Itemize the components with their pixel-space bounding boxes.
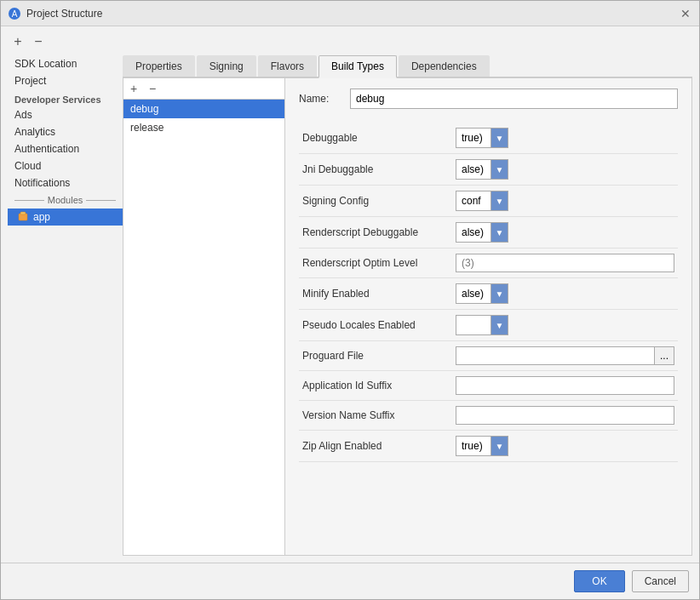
pseudo-locales-dropdown-arrow[interactable]: ▼ bbox=[491, 316, 508, 334]
tab-dependencies[interactable]: Dependencies bbox=[399, 55, 490, 77]
remove-button[interactable]: − bbox=[30, 33, 47, 50]
version-name-suffix-input[interactable] bbox=[456, 406, 674, 425]
title-bar: A Project Structure ✕ bbox=[1, 1, 699, 26]
add-button[interactable]: + bbox=[9, 33, 26, 50]
zip-align-enabled-label: Zip Align Enabled bbox=[299, 431, 452, 462]
divider-line-left bbox=[14, 200, 44, 201]
debuggable-dropdown[interactable]: true) ▼ bbox=[456, 128, 508, 148]
right-area: Properties Signing Flavors Build Types D… bbox=[123, 55, 692, 556]
bottom-bar: OK Cancel bbox=[1, 563, 699, 599]
tab-build-types[interactable]: Build Types bbox=[318, 55, 397, 78]
zip-align-enabled-dropdown-arrow[interactable]: ▼ bbox=[491, 437, 508, 455]
build-types-list-panel: + − debug release bbox=[123, 78, 285, 555]
tab-properties[interactable]: Properties bbox=[123, 55, 195, 77]
renderscript-optim-level-label: Renderscript Optim Level bbox=[299, 249, 452, 278]
version-name-suffix-value bbox=[456, 406, 674, 425]
prop-row-debuggable: Debuggable true) ▼ bbox=[299, 123, 678, 154]
app-id-suffix-label: Application Id Suffix bbox=[299, 371, 452, 401]
renderscript-debuggable-dropdown-value: alse) bbox=[456, 223, 491, 242]
left-panel: SDK Location Project Developer Services … bbox=[8, 55, 123, 556]
name-label: Name: bbox=[299, 93, 341, 105]
signing-config-dropdown[interactable]: conf ▼ bbox=[456, 191, 508, 211]
name-input[interactable] bbox=[350, 89, 678, 109]
signing-config-label: Signing Config bbox=[299, 186, 452, 217]
proguard-file-label: Proguard File bbox=[299, 341, 452, 371]
list-add-button[interactable]: + bbox=[125, 80, 142, 97]
minify-enabled-dropdown-arrow[interactable]: ▼ bbox=[491, 284, 508, 303]
ok-button[interactable]: OK bbox=[574, 570, 624, 592]
prop-row-signing-config: Signing Config conf ▼ bbox=[299, 186, 678, 217]
proguard-file-value: ... bbox=[456, 346, 674, 365]
build-types-list: debug release bbox=[123, 100, 284, 555]
properties-panel: Name: Debuggable bbox=[285, 78, 691, 555]
tab-flavors[interactable]: Flavors bbox=[258, 55, 317, 77]
debuggable-dropdown-value: true) bbox=[456, 129, 491, 147]
jni-debuggable-dropdown[interactable]: alse) ▼ bbox=[456, 159, 508, 180]
signing-config-dropdown-value: conf bbox=[456, 191, 491, 210]
jni-debuggable-label: Jni Debuggable bbox=[299, 154, 452, 186]
minify-enabled-value: alse) ▼ bbox=[456, 283, 674, 304]
renderscript-debuggable-label: Renderscript Debuggable bbox=[299, 217, 452, 249]
zip-align-enabled-value: true) ▼ bbox=[456, 436, 674, 456]
name-row: Name: bbox=[299, 89, 678, 109]
main-split: SDK Location Project Developer Services … bbox=[8, 55, 692, 556]
build-type-release[interactable]: release bbox=[123, 118, 284, 137]
zip-align-enabled-dropdown[interactable]: true) ▼ bbox=[456, 436, 508, 456]
prop-row-jni-debuggable: Jni Debuggable alse) ▼ bbox=[299, 154, 678, 186]
prop-row-minify-enabled: Minify Enabled alse) ▼ bbox=[299, 278, 678, 310]
minify-enabled-dropdown[interactable]: alse) ▼ bbox=[456, 283, 508, 304]
debuggable-label: Debuggable bbox=[299, 123, 452, 154]
divider-line-right bbox=[86, 200, 116, 201]
prop-row-renderscript-optim-level: Renderscript Optim Level bbox=[299, 249, 678, 278]
proguard-browse-button[interactable]: ... bbox=[655, 346, 674, 365]
cancel-button[interactable]: Cancel bbox=[632, 570, 689, 592]
pseudo-locales-dropdown[interactable]: ▼ bbox=[456, 315, 508, 335]
renderscript-debuggable-dropdown-arrow[interactable]: ▼ bbox=[491, 223, 508, 242]
sidebar-item-authentication[interactable]: Authentication bbox=[8, 140, 123, 157]
jni-debuggable-dropdown-arrow[interactable]: ▼ bbox=[491, 160, 508, 179]
tab-content: + − debug release Name: bbox=[123, 78, 692, 556]
prop-row-proguard-file: Proguard File ... bbox=[299, 341, 678, 371]
tab-signing[interactable]: Signing bbox=[197, 55, 256, 77]
prop-row-pseudo-locales: Pseudo Locales Enabled ▼ bbox=[299, 310, 678, 341]
app-module-label: app bbox=[33, 211, 50, 223]
jni-debuggable-value: alse) ▼ bbox=[456, 159, 674, 180]
app-icon: A bbox=[8, 7, 21, 20]
version-name-suffix-label: Version Name Suffix bbox=[299, 401, 452, 431]
svg-text:A: A bbox=[12, 9, 18, 19]
sidebar-item-cloud[interactable]: Cloud bbox=[8, 157, 123, 174]
jni-debuggable-dropdown-value: alse) bbox=[456, 160, 491, 179]
prop-row-renderscript-debuggable: Renderscript Debuggable alse) ▼ bbox=[299, 217, 678, 249]
pseudo-locales-value: ▼ bbox=[456, 315, 674, 335]
proguard-file-input[interactable] bbox=[456, 346, 655, 365]
signing-config-value: conf ▼ bbox=[456, 191, 674, 211]
sidebar-item-ads[interactable]: Ads bbox=[8, 106, 123, 123]
sidebar-item-notifications[interactable]: Notifications bbox=[8, 174, 123, 191]
sidebar-item-sdk-location[interactable]: SDK Location bbox=[8, 55, 123, 72]
modules-divider: Modules bbox=[8, 191, 123, 209]
minify-enabled-label: Minify Enabled bbox=[299, 278, 452, 310]
renderscript-debuggable-value: alse) ▼ bbox=[456, 222, 674, 243]
renderscript-debuggable-dropdown[interactable]: alse) ▼ bbox=[456, 222, 508, 243]
minify-enabled-dropdown-value: alse) bbox=[456, 284, 491, 303]
zip-align-enabled-dropdown-value: true) bbox=[456, 437, 491, 455]
list-remove-button[interactable]: − bbox=[144, 80, 161, 97]
debuggable-dropdown-arrow[interactable]: ▼ bbox=[491, 129, 508, 147]
project-structure-dialog: A Project Structure ✕ + − SDK Location P… bbox=[0, 0, 700, 600]
pseudo-locales-dropdown-value bbox=[456, 316, 491, 334]
pseudo-locales-label: Pseudo Locales Enabled bbox=[299, 310, 452, 341]
sidebar-item-project[interactable]: Project bbox=[8, 72, 123, 89]
svg-rect-3 bbox=[20, 212, 26, 214]
sidebar-item-analytics[interactable]: Analytics bbox=[8, 123, 123, 140]
content-area: + − SDK Location Project Developer Servi… bbox=[1, 26, 699, 563]
dialog-title: Project Structure bbox=[26, 8, 102, 20]
renderscript-optim-level-input[interactable] bbox=[456, 254, 674, 272]
prop-row-zip-align-enabled: Zip Align Enabled true) ▼ bbox=[299, 431, 678, 462]
signing-config-dropdown-arrow[interactable]: ▼ bbox=[491, 191, 508, 210]
app-id-suffix-input[interactable] bbox=[456, 376, 674, 395]
renderscript-optim-level-value bbox=[456, 254, 674, 272]
sidebar-item-app[interactable]: app bbox=[8, 209, 123, 226]
build-type-debug[interactable]: debug bbox=[123, 100, 284, 118]
app-id-suffix-value bbox=[456, 376, 674, 395]
close-button[interactable]: ✕ bbox=[679, 7, 692, 20]
